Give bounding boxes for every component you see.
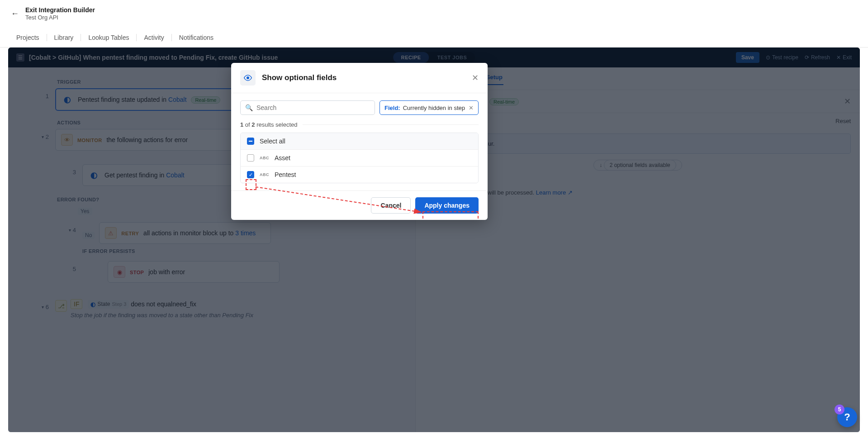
field-label: Asset	[275, 154, 290, 162]
page-subtitle: Test Org API	[25, 14, 95, 21]
modal-title: Show optional fields	[262, 73, 337, 82]
tab-notifications[interactable]: Notifications	[174, 34, 219, 41]
tab-library[interactable]: Library	[49, 34, 79, 41]
results-summary: 1 of 2 results selected	[240, 121, 479, 128]
field-label: Pentest	[275, 171, 296, 178]
top-header: ← Exit Integration Builder Test Org API	[0, 0, 868, 28]
cancel-button[interactable]: Cancel	[371, 197, 411, 214]
clear-filter-icon[interactable]: ✕	[469, 105, 474, 111]
filter-value: Currently hidden in step	[403, 105, 465, 111]
tab-projects[interactable]: Projects	[11, 34, 45, 41]
tab-activity[interactable]: Activity	[138, 34, 169, 41]
modal-controls: 🔍 Field: Currently hidden in step ✕	[240, 100, 479, 115]
modal-header: Show optional fields ✕	[231, 63, 488, 93]
field-list: Select all ABC Asset ABC Pentest	[240, 133, 479, 183]
select-all-label: Select all	[260, 138, 285, 145]
field-row-pentest[interactable]: ABC Pentest	[241, 167, 478, 183]
nav-divider	[81, 34, 81, 41]
divider	[303, 124, 479, 125]
checkbox-partial[interactable]	[247, 138, 254, 145]
modal-body: 🔍 Field: Currently hidden in step ✕ 1 of…	[231, 93, 488, 190]
filter-chip[interactable]: Field: Currently hidden in step ✕	[379, 100, 479, 115]
svg-point-0	[247, 77, 249, 79]
select-all-row[interactable]: Select all	[241, 133, 478, 150]
field-row-asset[interactable]: ABC Asset	[241, 150, 478, 167]
help-badge: 5	[835, 405, 844, 414]
header-titles: Exit Integration Builder Test Org API	[25, 6, 95, 21]
search-input[interactable]	[256, 104, 370, 111]
type-tag: ABC	[260, 172, 269, 177]
nav-divider	[171, 34, 172, 41]
help-button[interactable]: 5 ?	[837, 407, 857, 427]
close-icon[interactable]: ✕	[472, 73, 479, 83]
tab-lookup[interactable]: Lookup Tables	[83, 34, 134, 41]
search-input-wrap[interactable]: 🔍	[240, 100, 375, 115]
optional-fields-modal: Show optional fields ✕ 🔍 Field: Currentl…	[231, 63, 488, 220]
type-tag: ABC	[260, 156, 269, 160]
nav-divider	[136, 34, 137, 41]
checkbox-checked[interactable]	[247, 171, 254, 178]
nav-tabs: Projects Library Lookup Tables Activity …	[0, 28, 868, 48]
nav-divider	[47, 34, 47, 41]
back-arrow-icon[interactable]: ←	[11, 9, 19, 19]
question-icon: ?	[844, 411, 850, 423]
page-title: Exit Integration Builder	[25, 6, 95, 14]
eye-icon	[240, 70, 256, 86]
filter-label: Field:	[384, 105, 400, 111]
checkbox-unchecked[interactable]	[247, 154, 254, 162]
apply-changes-button[interactable]: Apply changes	[415, 197, 479, 214]
modal-footer: Cancel Apply changes	[231, 190, 488, 220]
builder-area: ☰ [Cobalt > GitHub] When pentest finding…	[8, 48, 860, 432]
search-icon: 🔍	[245, 104, 253, 111]
